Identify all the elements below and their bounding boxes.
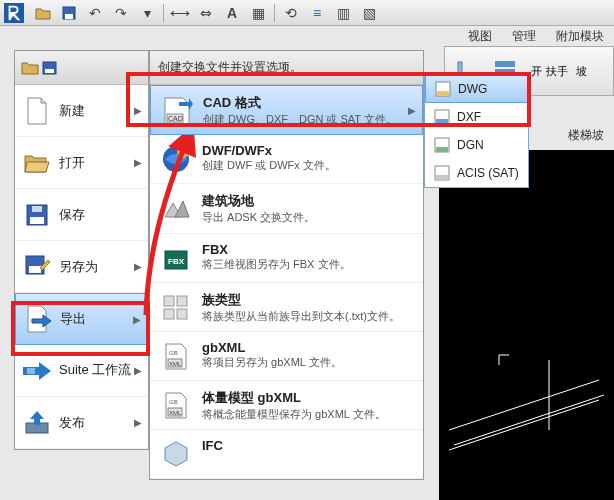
- svg-rect-11: [32, 206, 42, 212]
- svg-rect-36: [436, 147, 448, 152]
- sub-family-title: 族类型: [202, 291, 413, 309]
- tab-addins[interactable]: 附加模块: [546, 26, 614, 46]
- separator: [163, 4, 164, 22]
- separator: [274, 4, 275, 22]
- fly-dgn-label: DGN: [457, 138, 484, 152]
- sub-site-title: 建筑场地: [202, 192, 413, 210]
- family-icon: [160, 291, 192, 323]
- dropdown-icon[interactable]: ▾: [135, 2, 159, 24]
- drawing-lines: [449, 350, 609, 460]
- sub-dwf-desc: 创建 DWF 或 DWFx 文件。: [202, 158, 413, 172]
- submenu-header: 创建交换文件并设置选项。: [150, 51, 423, 85]
- save-icon[interactable]: [57, 2, 81, 24]
- ribbon-slope-label: 坡: [576, 64, 587, 79]
- sub-dwf-title: DWF/DWFx: [202, 143, 413, 158]
- svg-text:XML: XML: [169, 361, 182, 367]
- revit-app-icon[interactable]: [4, 3, 24, 23]
- fly-dgn[interactable]: DGN: [425, 131, 528, 159]
- menu-open-label: 打开: [59, 154, 85, 172]
- svg-point-18: [177, 146, 189, 158]
- menu-saveas[interactable]: 另存为 ▶: [15, 241, 148, 293]
- new-doc-icon: [23, 97, 51, 125]
- fly-acis[interactable]: ACIS (SAT): [425, 159, 528, 187]
- sub-dwf[interactable]: DWF/DWFx 创建 DWF 或 DWFx 文件。: [150, 135, 423, 184]
- menu-open[interactable]: 打开 ▶: [15, 137, 148, 189]
- fly-acis-label: ACIS (SAT): [457, 166, 519, 180]
- sub-fbx[interactable]: FBX FBX 将三维视图另存为 FBX 文件。: [150, 234, 423, 283]
- ribbon-tabs: 视图 管理 附加模块: [458, 26, 614, 46]
- menu-export[interactable]: 导出 ▶: [15, 293, 148, 345]
- sub-fbx-title: FBX: [202, 242, 413, 257]
- sub-site-desc: 导出 ADSK 交换文件。: [202, 210, 413, 224]
- menu-new-label: 新建: [59, 102, 85, 120]
- dwg-small-icon: [434, 80, 452, 98]
- sub-ifc-title: IFC: [202, 438, 413, 453]
- open-icon[interactable]: [31, 2, 55, 24]
- svg-text:GB: GB: [169, 350, 178, 356]
- tab-view[interactable]: 视图: [458, 26, 502, 46]
- svg-rect-23: [164, 309, 174, 319]
- svg-rect-1: [65, 14, 73, 19]
- export-icon: [24, 305, 52, 333]
- stair-slope-label: 楼梯坡: [558, 125, 614, 146]
- sync-icon[interactable]: ⟲: [279, 2, 303, 24]
- tool-icon[interactable]: ▦: [246, 2, 270, 24]
- sub-building-site[interactable]: 建筑场地 导出 ADSK 交换文件。: [150, 184, 423, 233]
- dim-icon[interactable]: ⟷: [168, 2, 192, 24]
- ribbon-handrail-label: 扶手: [546, 64, 568, 79]
- ribbon-open-label: 开: [531, 64, 542, 79]
- text-icon[interactable]: A: [220, 2, 244, 24]
- menu-save[interactable]: 保存: [15, 189, 148, 241]
- svg-rect-13: [29, 266, 41, 273]
- svg-text:CAD: CAD: [168, 115, 183, 122]
- fly-dwg[interactable]: DWG: [425, 75, 528, 103]
- redo-icon[interactable]: ↷: [109, 2, 133, 24]
- menu-publish-label: 发布: [59, 414, 85, 432]
- drawing-viewport[interactable]: [439, 150, 614, 500]
- panel2-icon[interactable]: ▧: [357, 2, 381, 24]
- open-folder-icon: [23, 149, 51, 177]
- undo-icon[interactable]: ↶: [83, 2, 107, 24]
- tab-manage[interactable]: 管理: [502, 26, 546, 46]
- dgn-small-icon: [433, 136, 451, 154]
- application-menu: 新建 ▶ 打开 ▶ 保存 另存为 ▶ 导出 ▶ Suite 工作流 ▶ 发布 ▶: [14, 50, 149, 450]
- svg-text:XML: XML: [169, 410, 182, 416]
- saveas-icon: [23, 253, 51, 281]
- dxf-small-icon: [433, 108, 451, 126]
- svg-text:FBX: FBX: [168, 257, 185, 266]
- menu-suite[interactable]: Suite 工作流 ▶: [15, 345, 148, 397]
- menu-save-label: 保存: [59, 206, 85, 224]
- sub-gbxml[interactable]: GBXML gbXML 将项目另存为 gbXML 文件。: [150, 332, 423, 381]
- mass-gbxml-icon: GBXML: [160, 389, 192, 421]
- menu-export-label: 导出: [60, 310, 86, 328]
- sub-cad-formats[interactable]: CAD CAD 格式 创建 DWG、DXF、DGN 或 SAT 文件。 ▶: [150, 85, 423, 135]
- export-submenu: 创建交换文件并设置选项。 CAD CAD 格式 创建 DWG、DXF、DGN 或…: [149, 50, 424, 480]
- list-icon[interactable]: ≡: [305, 2, 329, 24]
- sub-mass-desc: 将概念能量模型保存为 gbXML 文件。: [202, 407, 413, 421]
- save-disk-icon: [23, 201, 51, 229]
- chevron-right-icon: ▶: [134, 365, 142, 376]
- sub-fbx-desc: 将三维视图另存为 FBX 文件。: [202, 257, 413, 271]
- svg-rect-4: [495, 61, 515, 67]
- menu-publish[interactable]: 发布 ▶: [15, 397, 148, 449]
- site-icon: [160, 192, 192, 224]
- sub-ifc[interactable]: IFC: [150, 430, 423, 479]
- fly-dwg-label: DWG: [458, 82, 487, 96]
- sub-mass-gbxml[interactable]: GBXML 体量模型 gbXML 将概念能量模型保存为 gbXML 文件。: [150, 381, 423, 430]
- svg-rect-22: [177, 296, 187, 306]
- quick-access-toolbar: ↶ ↷ ▾ ⟷ ⇔ A ▦ ⟲ ≡ ▥ ▧: [0, 0, 614, 26]
- panel-icon[interactable]: ▥: [331, 2, 355, 24]
- chevron-right-icon: ▶: [134, 417, 142, 428]
- folder-small-icon: [21, 60, 39, 76]
- sub-cad-desc: 创建 DWG、DXF、DGN 或 SAT 文件。: [203, 112, 412, 126]
- fbx-icon: FBX: [160, 242, 192, 274]
- menu-new[interactable]: 新建 ▶: [15, 85, 148, 137]
- align-icon[interactable]: ⇔: [194, 2, 218, 24]
- svg-rect-38: [436, 175, 448, 180]
- suite-flow-icon: [23, 357, 51, 385]
- svg-rect-10: [30, 217, 44, 224]
- sub-gbxml-title: gbXML: [202, 340, 413, 355]
- fly-dxf[interactable]: DXF: [425, 103, 528, 131]
- sub-family-types[interactable]: 族类型 将族类型从当前族导出到文本(.txt)文件。: [150, 283, 423, 332]
- menu-suite-label: Suite 工作流: [59, 363, 131, 377]
